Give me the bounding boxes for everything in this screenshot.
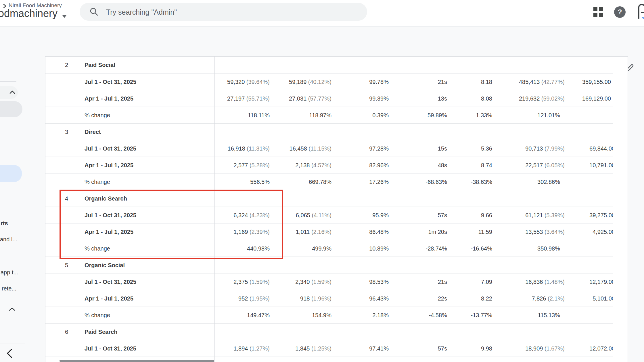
- metric-share: (1.25%): [310, 345, 331, 352]
- metric-cell: 6,065 (4.11%): [296, 207, 331, 224]
- search-input[interactable]: [106, 3, 360, 21]
- metric-share: (1.48%): [543, 279, 565, 285]
- metric-cell: 99.39%: [369, 90, 389, 107]
- pct-change-row: % change149.47%154.9%2.18%-4.58%-13.77%1…: [45, 307, 613, 323]
- metric-share: (59.02%): [540, 95, 565, 102]
- metric-share: (11.31%): [245, 145, 270, 152]
- sidebar-item-pill[interactable]: [0, 101, 22, 117]
- metric-cell: 2,138 (4.57%): [295, 157, 331, 174]
- metric-cell: 0.39%: [372, 107, 389, 124]
- metric-cell: 11.59: [478, 224, 492, 240]
- metric-cell: 5.36: [481, 140, 492, 157]
- metric-cell: -4.58%: [429, 307, 447, 324]
- sidebar-item-fragment[interactable]: & rete...: [0, 285, 16, 292]
- search-icon: [89, 7, 99, 16]
- metric-value: 27,031: [289, 95, 306, 102]
- metric-cell: 97.41%: [369, 340, 389, 357]
- chevron-up-icon[interactable]: [9, 307, 16, 311]
- metric-cell: -68.63%: [426, 174, 447, 190]
- property-caret-icon: [62, 15, 67, 18]
- period-row: Jul 1 - Oct 31, 202516,918 (11.31%)16,45…: [45, 140, 613, 157]
- metric-share: (40.12%): [306, 79, 331, 85]
- metric-cell: 8.08: [481, 90, 492, 107]
- metric-cell: 90,713 (7.99%): [525, 140, 565, 157]
- metric-cell: 359,155.00: [582, 74, 611, 90]
- metric-cell: 2,375 (1.59%): [233, 274, 270, 290]
- metric-cell: -13.77%: [471, 307, 492, 324]
- metric-cell: 39,275.00: [589, 207, 613, 224]
- channel-name: Organic Social: [85, 257, 125, 274]
- clipped-profile-icon[interactable]: [637, 3, 644, 21]
- metric-share: (42.77%): [540, 79, 565, 85]
- metric-value: 918: [300, 295, 310, 302]
- sidebar-item-fragment[interactable]: and l...: [0, 236, 17, 243]
- metric-cell: 12,072.00: [589, 340, 613, 357]
- sidebar-item-fragment[interactable]: rts: [1, 220, 8, 227]
- channel-group-header-row[interactable]: 6Paid Search: [45, 323, 613, 340]
- metric-cell: 485,413 (42.77%): [519, 74, 565, 90]
- metric-value: 59,320: [227, 79, 245, 85]
- metric-share: (1.27%): [248, 345, 270, 352]
- metric-value: 16,836: [525, 279, 543, 285]
- help-icon[interactable]: ?: [614, 6, 626, 18]
- period-row: Jul 1 - Oct 31, 20251,894 (1.27%)1,845 (…: [45, 340, 613, 357]
- sidebar-divider: [0, 344, 25, 344]
- collapse-nav-icon[interactable]: [6, 348, 13, 359]
- channel-name: Paid Social: [85, 57, 115, 73]
- metric-value: 16,458: [290, 145, 307, 152]
- period-label: Apr 1 - Jul 1, 2025: [85, 90, 133, 107]
- metric-cell: 21s: [438, 274, 447, 290]
- metric-cell: 1.33%: [476, 107, 492, 124]
- metric-cell: 5,101.00: [593, 290, 613, 307]
- metric-cell: 95.9%: [372, 207, 389, 224]
- metric-cell: 121.01%: [537, 107, 560, 124]
- property-selector[interactable]: odmachinery: [0, 7, 57, 20]
- sidebar-item-fragment[interactable]: app t...: [1, 269, 18, 276]
- metric-cell: 48s: [438, 157, 447, 174]
- metric-cell: 16,918 (11.31%): [228, 140, 270, 157]
- metric-cell: 499.9%: [312, 240, 331, 257]
- metric-cell: 22,517 (6.05%): [525, 157, 565, 174]
- metric-share: (3.64%): [543, 229, 565, 235]
- sidebar-divider: [0, 302, 21, 302]
- period-row: Jul 1 - Oct 31, 20252,375 (1.59%)2,340 (…: [45, 273, 613, 290]
- search-bar[interactable]: [80, 3, 367, 21]
- metric-share: (55.71%): [245, 95, 270, 102]
- metric-share: (2.1%): [546, 295, 565, 302]
- horizontal-scrollbar-thumb[interactable]: [60, 360, 214, 362]
- metric-cell: 2,577 (5.28%): [233, 157, 270, 174]
- metric-cell: 15s: [438, 140, 447, 157]
- pct-change-label: % change: [85, 307, 110, 324]
- metric-cell: -16.64%: [471, 240, 492, 257]
- metric-cell: 669.78%: [309, 174, 331, 190]
- metric-cell: 9.66: [481, 207, 492, 224]
- row-index: 5: [65, 257, 68, 274]
- metric-value: 61,121: [525, 212, 543, 218]
- channel-name: Paid Search: [85, 324, 118, 340]
- channel-name: Direct: [85, 124, 101, 140]
- metric-value: 2,138: [295, 162, 310, 168]
- period-row: Apr 1 - Jul 1, 202527,197 (55.71%)27,031…: [45, 90, 613, 107]
- sidebar-item-pill-selected[interactable]: [0, 165, 22, 182]
- metric-share: (2.16%): [310, 229, 331, 235]
- metric-cell: 13,553 (3.64%): [525, 224, 565, 240]
- sidebar-collapse-pill[interactable]: [0, 86, 18, 99]
- metric-value: 2,340: [295, 279, 310, 285]
- metric-cell: 10,791.00: [589, 157, 613, 174]
- metric-share: (7.99%): [543, 145, 565, 152]
- metric-share: (5.39%): [543, 212, 565, 218]
- channel-group-header-row[interactable]: 3Direct: [45, 123, 613, 140]
- metric-cell: 97.28%: [369, 140, 389, 157]
- metric-share: (1.95%): [248, 295, 270, 302]
- metric-cell: 99.78%: [369, 74, 389, 90]
- metric-cell: -28.74%: [426, 240, 447, 257]
- apps-grid-icon[interactable]: [593, 7, 604, 17]
- metric-cell: 59,189 (40.12%): [289, 74, 331, 90]
- metric-cell: 219,632 (59.02%): [519, 90, 565, 107]
- channel-group-header-row[interactable]: 2Paid Social: [45, 57, 613, 73]
- metric-cell: 98.53%: [369, 274, 389, 290]
- metric-value: 2,375: [233, 279, 248, 285]
- metric-value: 1,894: [233, 345, 248, 352]
- metric-cell: 18,909 (1.67%): [525, 340, 565, 357]
- metric-cell: 8.74: [481, 157, 492, 174]
